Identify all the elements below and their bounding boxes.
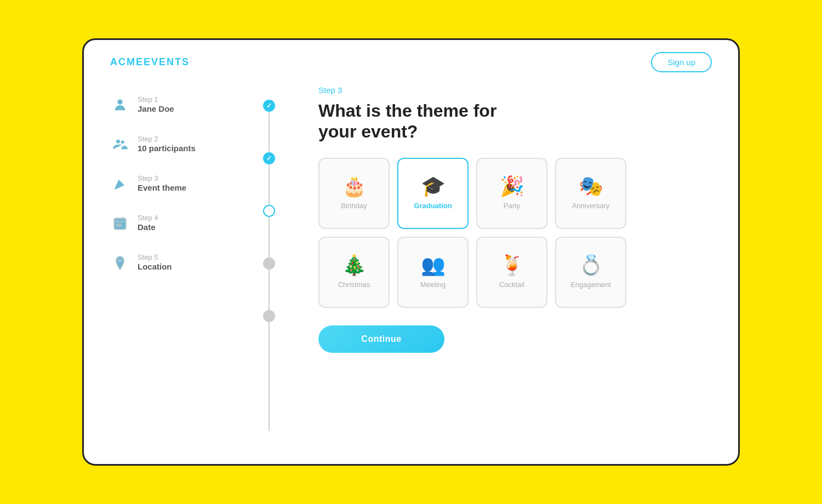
theme-card-christmas[interactable]: 🎄Christmas [318, 237, 390, 308]
step-number: Step 3 [318, 85, 712, 95]
cocktail-label: Cocktail [499, 280, 524, 289]
check-icon-1: ✓ [266, 102, 272, 110]
sidebar-item-step4: Step 4 Date [110, 204, 286, 243]
meeting-label: Meeting [420, 280, 446, 289]
check-icon-2: ✓ [266, 154, 272, 162]
christmas-icon: 🎄 [342, 255, 367, 275]
sidebar-item-step2: Step 2 10 participants [110, 125, 286, 164]
step5-text: Step 5 Location [138, 253, 172, 271]
theme-card-party[interactable]: 🎉Party [476, 158, 547, 229]
logo: ACMEEVENTS [110, 56, 190, 68]
theme-grid: 🎂Birthday🎓Graduation🎉Party🎭Anniversary🎄C… [318, 158, 712, 308]
graduation-label: Graduation [414, 202, 452, 210]
step2-text: Step 2 10 participants [138, 135, 196, 153]
steps-list: Step 1 Jane Doe Step 2 10 participants [110, 85, 286, 283]
step3-text: Step 3 Event theme [138, 174, 186, 192]
svg-point-0 [117, 100, 122, 105]
timeline-dot-1: ✓ [263, 100, 275, 112]
svg-rect-7 [117, 224, 119, 226]
theme-card-cocktail[interactable]: 🍹Cocktail [476, 237, 547, 308]
step2-value: 10 participants [138, 144, 196, 153]
logo-events: EVENTS [144, 56, 190, 67]
step-title: What is the theme for your event? [318, 100, 712, 142]
step5-label: Step 5 [138, 253, 172, 261]
meeting-icon: 👥 [421, 255, 446, 275]
theme-card-engagement[interactable]: 💍Engagement [555, 237, 626, 308]
step5-value: Location [138, 262, 172, 271]
person-icon [110, 95, 130, 115]
step2-label: Step 2 [138, 135, 196, 143]
header: ACMEEVENTS Sign up [84, 40, 738, 72]
step1-text: Step 1 Jane Doe [138, 95, 174, 113]
signup-button[interactable]: Sign up [651, 52, 712, 72]
engagement-icon: 💍 [579, 255, 603, 275]
birthday-icon: 🎂 [342, 176, 367, 196]
christmas-label: Christmas [338, 280, 370, 289]
content-area: Step 3 What is the theme for your event?… [286, 85, 712, 446]
logo-acme: ACME [110, 56, 144, 67]
step1-value: Jane Doe [138, 104, 174, 113]
step3-value: Event theme [138, 183, 186, 192]
party-icon [110, 174, 130, 194]
svg-point-1 [116, 140, 120, 144]
sidebar-item-step1: Step 1 Jane Doe [110, 85, 286, 125]
party-icon: 🎉 [500, 176, 524, 196]
anniversary-label: Anniversary [572, 202, 610, 210]
theme-card-birthday[interactable]: 🎂Birthday [318, 158, 390, 229]
title-line2: your event? [318, 122, 418, 141]
timeline-dot-3 [263, 205, 275, 217]
cocktail-icon: 🍹 [500, 255, 524, 275]
group-icon [110, 135, 130, 154]
title-line1: What is the theme for [318, 101, 496, 121]
sidebar: Step 1 Jane Doe Step 2 10 participants [110, 85, 286, 446]
anniversary-icon: 🎭 [579, 176, 603, 196]
party-label: Party [504, 202, 520, 210]
step3-label: Step 3 [138, 174, 186, 182]
theme-card-anniversary[interactable]: 🎭Anniversary [555, 158, 626, 229]
step4-value: Date [138, 222, 158, 232]
app-container: ACMEEVENTS Sign up Step 1 Jane Doe [82, 38, 740, 466]
step4-text: Step 4 Date [138, 214, 158, 232]
svg-point-9 [119, 259, 122, 262]
svg-point-2 [121, 140, 124, 144]
birthday-label: Birthday [341, 202, 367, 210]
sidebar-item-step3: Step 3 Event theme [110, 164, 286, 204]
theme-card-meeting[interactable]: 👥Meeting [397, 237, 469, 308]
pin-icon [110, 253, 130, 273]
theme-card-graduation[interactable]: 🎓Graduation [397, 158, 469, 229]
calendar-icon [110, 214, 130, 233]
continue-button[interactable]: Continue [318, 325, 444, 353]
timeline-dot-4 [263, 257, 275, 270]
step4-label: Step 4 [138, 214, 158, 222]
step1-label: Step 1 [138, 95, 174, 104]
graduation-icon: 🎓 [421, 176, 446, 196]
sidebar-item-step5: Step 5 Location [110, 243, 286, 283]
engagement-label: Engagement [570, 280, 611, 289]
svg-rect-8 [119, 224, 122, 226]
timeline-dot-5 [263, 310, 275, 322]
main-area: Step 1 Jane Doe Step 2 10 participants [84, 72, 738, 464]
timeline-dot-2: ✓ [263, 152, 275, 164]
